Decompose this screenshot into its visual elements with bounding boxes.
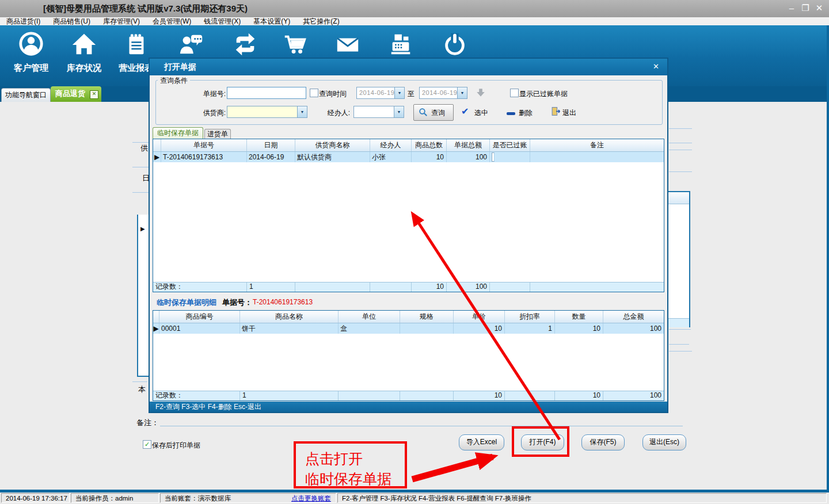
detail-table[interactable]: 商品编号 商品名称 单位 规格 单价 折扣率 数量 总金额 ▶ 00001 饼干…: [153, 310, 664, 401]
status-bar: 2014-06-19 17:36:17 当前操作员：admin 当前账套：演示数…: [0, 492, 829, 504]
gray-down-arrow-icon: [476, 87, 486, 98]
show-posted-checkbox[interactable]: [510, 89, 519, 97]
report-icon: [123, 31, 149, 58]
query-legend: 查询条件: [158, 76, 190, 86]
dropdown-arrow-icon[interactable]: ▼: [457, 87, 467, 98]
dropdown-arrow-icon[interactable]: ▼: [394, 87, 404, 98]
import-excel-button[interactable]: 导入Excel: [459, 434, 504, 450]
search-icon: [419, 108, 428, 117]
annotation-box: 点击打开 临时保存单据: [294, 441, 407, 488]
bg-field-line: [132, 142, 149, 143]
bg-table-fragment: [668, 191, 690, 327]
table-row[interactable]: ▶ T-20140619173613 2014-06-19 默认供货商 小张 1…: [153, 152, 664, 162]
posted-checkbox[interactable]: [492, 152, 495, 162]
home-icon: [71, 31, 97, 58]
status-operator: 当前操作员：admin: [71, 493, 159, 503]
bg-field-line: [669, 329, 691, 330]
table-row[interactable]: ▶ 00001 饼干 盒 10 1 10 100: [153, 323, 664, 334]
sync-arrows-icon: [232, 31, 258, 58]
window-title: [领智]母婴用品管理系统 试用版v7.3(试用期还有39天): [43, 3, 248, 14]
tab-temp-saved-docs[interactable]: 临时保存单据: [153, 127, 203, 139]
dialog-hotkey-hint: F2-查询 F3-选中 F4-删除 Esc-退出: [150, 402, 667, 412]
bg-field-line: [669, 150, 692, 150]
dialog-close-icon[interactable]: ✕: [653, 62, 659, 71]
bg-field-line: [669, 143, 692, 143]
detail-title: 临时保存单据明细: [157, 297, 216, 308]
tab-close-icon[interactable]: ✕: [90, 90, 98, 99]
cash-register-icon: [387, 31, 414, 58]
save-f5-button[interactable]: 保存(F5): [581, 434, 625, 450]
detail-doc-number: T-20140619173613: [253, 298, 313, 306]
documents-table-footer: 记录数： 1 10 100: [153, 282, 664, 292]
bg-table-fragment: ▶: [137, 215, 150, 377]
tab-purchase-order[interactable]: 进货单: [204, 129, 231, 139]
member-chat-icon: [178, 31, 204, 58]
documents-table[interactable]: 单据号 日期 供货商名称 经办人 商品总数 单据总额 是否已过账 备注 ▶ T-…: [153, 139, 664, 292]
mail-icon: [334, 31, 361, 58]
detail-doc-label: 单据号：: [222, 297, 252, 308]
documents-table-header: 单据号 日期 供货商名称 经办人 商品总数 单据总额 是否已过账 备注: [153, 139, 664, 152]
date-from-picker[interactable]: 2014-06-19 ▼: [356, 87, 405, 99]
shopping-cart-icon: [282, 31, 308, 58]
supplier-label: 供货商:: [190, 108, 226, 118]
doc-no-label: 单据号:: [190, 89, 226, 99]
operator-combo[interactable]: ▼: [353, 106, 404, 118]
query-time-checkbox[interactable]: [310, 89, 318, 97]
highlight-open-button-box: [512, 426, 569, 457]
remark-label: 备注：: [136, 418, 159, 428]
delete-button[interactable]: 删除: [519, 108, 533, 118]
switch-account-link[interactable]: 点击更换账套: [291, 494, 331, 503]
select-check-icon: ✔: [461, 106, 469, 117]
select-button[interactable]: 选中: [474, 108, 488, 118]
dialog-title: 打开单据: [164, 62, 196, 72]
close-button[interactable]: ✕: [813, 3, 826, 13]
doc-no-input[interactable]: [227, 87, 306, 99]
dropdown-arrow-icon[interactable]: ▼: [394, 106, 404, 117]
exit-esc-button[interactable]: 退出(Esc): [642, 434, 686, 450]
dialog-title-bar[interactable]: 打开单据 ✕: [150, 59, 667, 75]
toolbar-inventory-status[interactable]: 库存状况: [59, 31, 109, 86]
bg-field-line: [669, 171, 692, 172]
power-icon: [442, 31, 468, 58]
status-datetime: 2014-06-19 17:36:17: [1, 493, 70, 503]
open-document-dialog: 打开单据 ✕ 查询条件 单据号: 查询时间 2014-06-19 ▼ 至 201…: [149, 58, 668, 413]
remark-input-line[interactable]: [160, 426, 683, 426]
bg-field-line: [132, 192, 149, 193]
detail-caption: 临时保存单据明细 单据号： T-20140619173613: [153, 293, 664, 309]
delete-dash-icon: [507, 112, 515, 115]
status-account: 当前账套：演示数据库 点击更换账套: [160, 493, 336, 503]
tab-function-navigation[interactable]: 功能导航窗口: [1, 88, 51, 102]
application-window: [领智]母婴用品管理系统 试用版v7.3(试用期还有39天) – ❐ ✕ 商品进…: [0, 0, 829, 504]
bg-field-line: [132, 167, 149, 167]
exit-door-icon: [551, 106, 561, 116]
title-bar: [领智]母婴用品管理系统 试用版v7.3(试用期还有39天) – ❐ ✕: [0, 0, 829, 17]
bg-field-line: [669, 128, 692, 129]
operator-label: 经办人:: [315, 108, 350, 118]
detail-table-footer: 记录数： 1 10 10 100: [153, 391, 664, 400]
search-button[interactable]: 查询: [413, 104, 454, 121]
toolbar-customer-management[interactable]: 客户管理: [6, 31, 56, 86]
supplier-combo[interactable]: ▼: [227, 106, 307, 118]
tab-goods-return[interactable]: 商品退货 ✕: [51, 86, 101, 102]
show-posted-label: 显示已过账单据: [519, 89, 568, 99]
status-hotkeys: F2-客户管理 F3-库存状况 F4-营业报表 F6-提醒查询 F7-换班操作: [337, 493, 827, 503]
bg-field-line: [132, 381, 147, 382]
maximize-button[interactable]: ❐: [799, 3, 812, 13]
date-to-picker[interactable]: 2014-06-19 ▼: [419, 87, 467, 99]
to-label: 至: [408, 89, 414, 99]
minimize-button[interactable]: –: [785, 3, 798, 13]
bg-label-fragment: 本: [138, 384, 146, 395]
dropdown-arrow-icon[interactable]: ▼: [297, 106, 307, 117]
detail-table-header: 商品编号 商品名称 单位 规格 单价 折扣率 数量 总金额: [153, 311, 664, 323]
bg-field-line: [669, 351, 692, 352]
window-right-border: [827, 25, 829, 490]
bg-label-fragment: 供: [140, 143, 148, 154]
query-time-label: 查询时间: [319, 89, 347, 99]
print-after-save-checkbox[interactable]: ✓: [143, 440, 151, 449]
bg-field-line: [669, 344, 689, 345]
customer-icon: [18, 31, 44, 58]
exit-button[interactable]: 退出: [562, 108, 576, 118]
print-after-save-label: 保存后打印单据: [152, 441, 200, 450]
